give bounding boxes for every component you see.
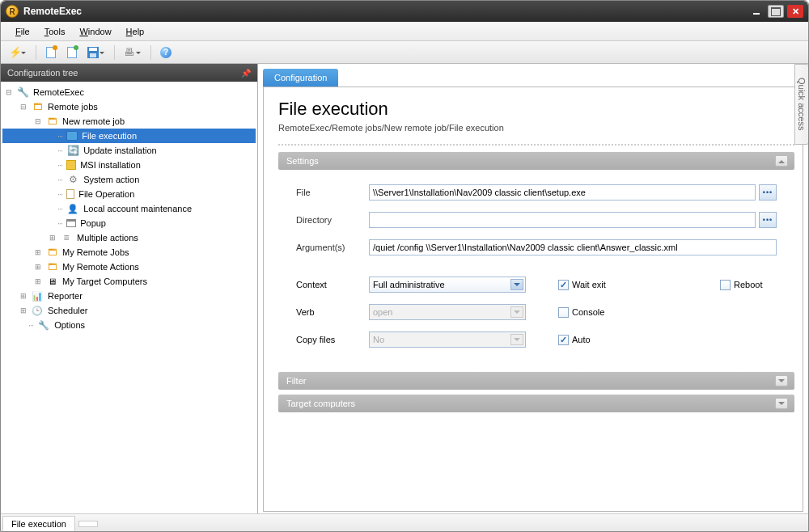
page-title: File execution: [278, 99, 794, 120]
checkbox-icon: [720, 280, 731, 290]
section-settings: Settings File Directory Argu: [278, 152, 794, 367]
section-head-filter[interactable]: Filter: [278, 372, 794, 390]
status-cell-empty: [78, 521, 98, 527]
save-button[interactable]: [84, 44, 108, 61]
checkbox-console[interactable]: Console: [558, 307, 720, 318]
tree-system-action[interactable]: ···System action: [2, 172, 256, 187]
close-button[interactable]: [787, 5, 803, 18]
file-exec-icon: [66, 131, 78, 141]
tree-local-account[interactable]: ···Local account maintenance: [2, 201, 256, 216]
browse-file-button[interactable]: [759, 184, 777, 201]
title-bar: R RemoteExec: [1, 1, 808, 22]
maximize-button[interactable]: [768, 5, 784, 18]
bolt-icon: [9, 46, 22, 59]
label-copy-files: Copy files: [296, 335, 369, 344]
tree-popup[interactable]: ···Popup: [2, 216, 256, 230]
status-cell[interactable]: File execution: [2, 516, 75, 532]
new-sheet-icon: [46, 47, 56, 58]
section-head-target[interactable]: Target computers: [278, 395, 794, 412]
folder-icon: [45, 115, 58, 128]
tree-options[interactable]: ···Options: [2, 318, 256, 332]
scheduler-icon: [31, 304, 44, 317]
menu-bar: File Tools Window Help: [1, 22, 808, 41]
checkbox-icon: [558, 280, 569, 290]
directory-input[interactable]: [369, 212, 756, 228]
tree-update-installation[interactable]: ···Update installation: [2, 143, 256, 158]
tree-my-remote-actions[interactable]: My Remote Actions: [2, 260, 256, 274]
section-head-settings[interactable]: Settings: [278, 152, 794, 170]
content-area: Configuration Quick access File executio…: [258, 64, 808, 513]
tree-msi-installation[interactable]: ···MSI installation: [2, 158, 256, 172]
minimize-button[interactable]: [748, 5, 765, 18]
menu-window[interactable]: Window: [73, 24, 117, 39]
tree-file-operation[interactable]: ···File Operation: [2, 187, 256, 201]
checkbox-auto[interactable]: Auto: [558, 335, 720, 345]
folder-icon: [45, 246, 58, 259]
window-title: RemoteExec: [23, 6, 745, 17]
tab-configuration[interactable]: Configuration: [263, 69, 338, 87]
refresh-icon: [67, 47, 77, 58]
verb-select: open: [369, 304, 526, 320]
tree-remote-jobs[interactable]: Remote jobs: [2, 99, 256, 114]
file-input[interactable]: [369, 184, 756, 201]
label-file: File: [296, 188, 369, 197]
browse-directory-button[interactable]: [759, 212, 777, 228]
tree-multiple-actions[interactable]: Multiple actions: [2, 230, 256, 245]
menu-help[interactable]: Help: [120, 24, 151, 39]
gear-icon: [66, 173, 79, 186]
context-select[interactable]: Full administrative: [369, 277, 526, 293]
section-target: Target computers: [278, 395, 794, 412]
breadcrumb: RemoteExec/Remote jobs/New remote job/Fi…: [278, 123, 794, 133]
tree-reporter[interactable]: Reporter: [2, 289, 256, 303]
menu-tools[interactable]: Tools: [38, 24, 72, 39]
help-button[interactable]: [157, 44, 175, 61]
label-directory: Directory: [296, 215, 369, 225]
menu-file[interactable]: File: [9, 24, 36, 39]
section-filter: Filter: [278, 372, 794, 390]
label-arguments: Argument(s): [296, 243, 369, 252]
tree-new-remote-job[interactable]: New remote job: [2, 114, 256, 129]
tree-file-execution[interactable]: ···File execution: [2, 129, 256, 143]
tree-root[interactable]: RemoteExec: [2, 85, 256, 99]
tree-my-remote-jobs[interactable]: My Remote Jobs: [2, 245, 256, 260]
computer-icon: [45, 275, 58, 288]
wrench-icon: [16, 86, 29, 99]
status-bar: File execution: [1, 513, 808, 532]
tree-scheduler[interactable]: Scheduler: [2, 303, 256, 318]
chevron-down-icon: [775, 375, 788, 386]
new-job-button[interactable]: [42, 44, 60, 61]
chevron-down-icon: [510, 306, 523, 318]
refresh-button[interactable]: [63, 44, 81, 61]
toolbar-separator: [150, 45, 151, 60]
tree-my-target-computers[interactable]: My Target Computers: [2, 274, 256, 289]
app-icon: R: [6, 5, 19, 18]
update-icon: [66, 144, 79, 157]
divider: [278, 144, 794, 146]
toolbar: [1, 41, 808, 64]
floppy-icon: [87, 47, 99, 58]
chevron-up-icon: [775, 155, 788, 167]
settings-body: File Directory Argument(s): [278, 170, 794, 367]
sidebar: Configuration tree RemoteExec Remote job…: [1, 64, 258, 513]
printer-icon: [124, 46, 137, 59]
label-context: Context: [296, 280, 369, 289]
print-button[interactable]: [121, 44, 145, 61]
help-icon: [160, 47, 172, 58]
checkbox-icon: [558, 307, 569, 318]
quick-access-tab[interactable]: Quick access: [794, 64, 809, 145]
pin-icon[interactable]: [241, 68, 251, 78]
toolbar-separator: [36, 45, 36, 60]
sidebar-header: Configuration tree: [1, 64, 257, 82]
user-icon: [66, 202, 79, 215]
config-tree: RemoteExec Remote jobs New remote job ··…: [1, 82, 257, 513]
execute-button[interactable]: [6, 44, 30, 61]
popup-icon: [66, 219, 76, 227]
arguments-input[interactable]: [369, 239, 777, 255]
chevron-down-icon: [775, 398, 788, 409]
checkbox-reboot[interactable]: Reboot: [720, 280, 762, 290]
checkbox-wait-exit[interactable]: Wait exit: [558, 280, 720, 290]
folder-icon: [31, 100, 44, 113]
checkbox-icon: [558, 335, 569, 345]
toolbar-separator: [114, 45, 115, 60]
folder-icon: [45, 260, 58, 273]
